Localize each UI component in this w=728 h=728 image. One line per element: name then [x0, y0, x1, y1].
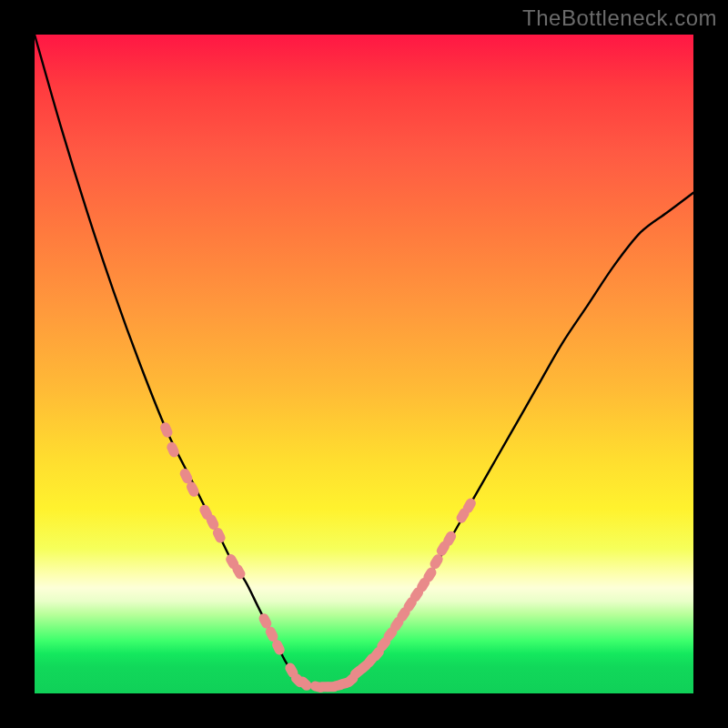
chart-frame: TheBottleneck.com [0, 0, 728, 728]
curve-markers [158, 420, 478, 693]
plot-area [35, 35, 693, 693]
curve-layer [35, 35, 693, 693]
watermark-text: TheBottleneck.com [522, 5, 717, 31]
curve-marker [158, 420, 174, 439]
bottleneck-curve [35, 35, 693, 687]
